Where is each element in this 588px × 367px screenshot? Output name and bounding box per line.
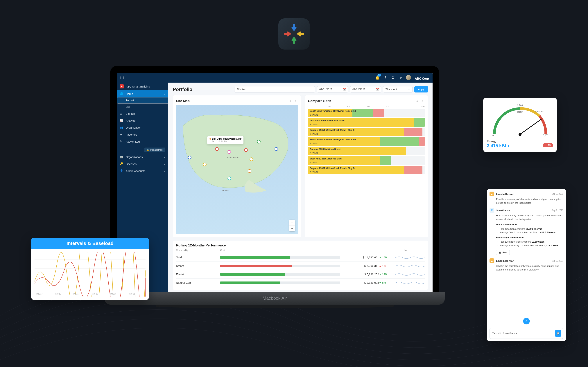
page-title: Portfolio (173, 87, 192, 92)
sidebar-brand[interactable]: A ABC Smart Building ⌄ (117, 83, 168, 90)
compare-row[interactable]: Eugene, 29851 Willow Creek Road - Bldg E… (308, 128, 425, 136)
site-name: Auburn, 2039 McMillan Street: (310, 148, 341, 150)
apps-grid-icon[interactable] (121, 76, 124, 79)
delta-value: ▼ 8% (379, 281, 395, 284)
view-button[interactable]: ▦ View (496, 250, 510, 255)
intervals-chart: May 13May 15May 17May 19May 25May 31 (31, 249, 149, 297)
history-icon: ↻ (120, 140, 124, 143)
chat-message: ▲Lincoln DorwartSep 9, 2023What is the c… (490, 258, 563, 271)
bot-avatar-icon: C (490, 208, 494, 213)
site-unit: 2 kWh/ft2 (310, 171, 318, 173)
building-icon: 🏢 (120, 155, 124, 158)
site-name: Petaluma, 2200 S Mcdowell Drive: (310, 119, 345, 122)
table-row: Steam$ 6,366,311▲ 1% (176, 262, 425, 270)
map-pin[interactable] (248, 169, 251, 173)
sidebar-item-signals[interactable]: ◎Signals (117, 110, 168, 117)
map-label: Mexico (222, 189, 229, 192)
sidebar-item-organization[interactable]: 👥Organization⌄ (117, 124, 168, 131)
star-outline-icon[interactable]: ☆ (288, 98, 293, 103)
cost-value: $ 14,787,661 (344, 256, 379, 259)
map-pin[interactable] (188, 156, 191, 159)
settings-icon[interactable]: ⚙ (390, 75, 396, 81)
sidebar-item-activity[interactable]: ↻Activity Log (117, 138, 168, 145)
star-outline-icon[interactable]: ☆ (415, 98, 420, 103)
widget-title: Intervals & Baseload (31, 238, 149, 249)
svg-text:May 31: May 31 (129, 293, 135, 295)
site-map-card: Site Map ☆ ⇩ United States (173, 95, 301, 237)
app-logo (278, 18, 310, 50)
date-to-input[interactable]: 01/02/2023📅 (350, 86, 381, 92)
cost-value: $ 6,366,311 (344, 264, 379, 267)
zoom-in-button[interactable]: ＋ (289, 220, 295, 225)
download-icon[interactable]: ⇩ (420, 98, 425, 103)
sidebar-item-analyze[interactable]: 📈Analyze (117, 117, 168, 124)
site-name: Eugene, 29851 Willow Creek Road - Bldg D… (310, 167, 355, 170)
map-pin[interactable] (244, 148, 248, 152)
main-content: Portfolio All sites⌄ 01/01/2023📅 01/02/2… (168, 83, 432, 294)
map-pin[interactable] (275, 147, 278, 151)
user-avatar-icon: ▲ (490, 258, 494, 263)
site-name: South San Francisco, 180 Oyster Point Bl… (310, 110, 356, 112)
sidebar-item-site[interactable]: Site (117, 103, 168, 110)
map-pin[interactable] (203, 163, 207, 166)
site-name: West Hills, 22801 Roscoe Blvd: (310, 158, 342, 160)
sidebar-item-admin-accounts[interactable]: 👤Admin Accounts⌄ (117, 167, 168, 174)
compare-row[interactable]: South San Francisco, 180 Oyster Point Bl… (308, 109, 425, 117)
chat-message: ▲Lincoln DorwartSep 9, 2023Provide a sum… (490, 192, 563, 205)
compare-row[interactable]: South San Francisco, 200 Oyster Point Bl… (308, 137, 425, 146)
sidebar-item-licenses[interactable]: 🔑Licenses⌄ (117, 160, 168, 167)
map-pin[interactable] (227, 176, 231, 180)
chevron-down-icon: ⌄ (408, 88, 410, 91)
range-select[interactable]: This month⌄ (383, 86, 413, 92)
msg-author: SmartSense (496, 209, 510, 212)
compare-row[interactable]: Eugene, 29851 Willow Creek Road - Bldg D… (308, 166, 425, 174)
key-icon: 🔑 (120, 162, 124, 166)
apply-button[interactable]: Apply (414, 86, 428, 92)
chat-input[interactable] (492, 332, 555, 335)
compare-row[interactable]: Petaluma, 2200 S Mcdowell Drive:2 kWh/ft… (308, 118, 425, 127)
compare-row[interactable]: Auburn, 2039 McMillan Street:2 kWh/ft2 (308, 147, 425, 155)
site-name: South San Francisco, 200 Oyster Point Bl… (310, 138, 356, 141)
zoom-out-button[interactable]: － (289, 225, 295, 231)
map-pin[interactable] (215, 147, 219, 151)
help-icon[interactable]: ？ (382, 75, 389, 81)
brand-badge-icon: A (120, 84, 124, 88)
svg-line-15 (520, 119, 542, 134)
sidebar-item-home[interactable]: 🌐Home⌄ (117, 90, 168, 97)
table-row: Natural Gas$ 3,189,098▼ 8% (176, 279, 425, 287)
logout-icon[interactable]: ⎆ (398, 75, 404, 81)
notifications-icon[interactable]: 🔔9+ (374, 75, 381, 81)
map-pin[interactable] (227, 150, 231, 154)
compare-row[interactable]: West Hills, 22801 Roscoe Blvd:2 kWh/ft2 (308, 156, 425, 165)
close-icon[interactable]: × (241, 137, 242, 140)
map-land-icon (176, 105, 298, 195)
site-unit: 2 kWh/ft2 (310, 123, 318, 125)
msg-date: Sep 9, 2023 (552, 193, 563, 195)
chevron-down-icon: ⌄ (164, 170, 165, 172)
delta-value: ▼ 24% (379, 273, 395, 276)
download-icon[interactable]: ⇩ (293, 98, 298, 103)
site-unit: 2 kWh/ft2 (310, 152, 318, 154)
laptop-base: Macbook Air (105, 292, 445, 305)
org-switcher[interactable]: —— ABC Corp (415, 75, 429, 80)
chat-input-wrap: 💬 (490, 328, 563, 339)
gauge-chart: 2,200 Previous Target 5,000 0 (487, 101, 553, 138)
cost-value: $ 3,189,098 (344, 281, 379, 284)
commodity-name: Natural Gas (176, 281, 220, 284)
svg-text:Previous: Previous (535, 110, 544, 113)
msg-date: Sep 9, 2023 (552, 259, 563, 262)
site-unit: 2 kWh/ft2 (310, 114, 318, 116)
svg-text:May 13: May 13 (36, 293, 43, 295)
sidebar-item-favorites[interactable]: ★Favorites (117, 131, 168, 138)
date-from-input[interactable]: 01/01/2023📅 (317, 86, 348, 92)
map-pin[interactable] (257, 140, 260, 143)
map-pin[interactable] (250, 158, 253, 161)
sidebar-item-organizations[interactable]: 🏢Organizations⌄ (117, 153, 168, 160)
chat-send-button[interactable]: 💬 (555, 330, 561, 337)
map-canvas[interactable]: United States Mexico (176, 105, 298, 234)
chat-widget: ▲Lincoln DorwartSep 9, 2023Provide a sum… (487, 189, 566, 341)
msg-author: Lincoln Dorwart (496, 259, 514, 262)
cost-value: $ 5,232,252 (344, 273, 379, 276)
sites-select[interactable]: All sites⌄ (234, 86, 315, 92)
avatar[interactable] (405, 75, 412, 81)
